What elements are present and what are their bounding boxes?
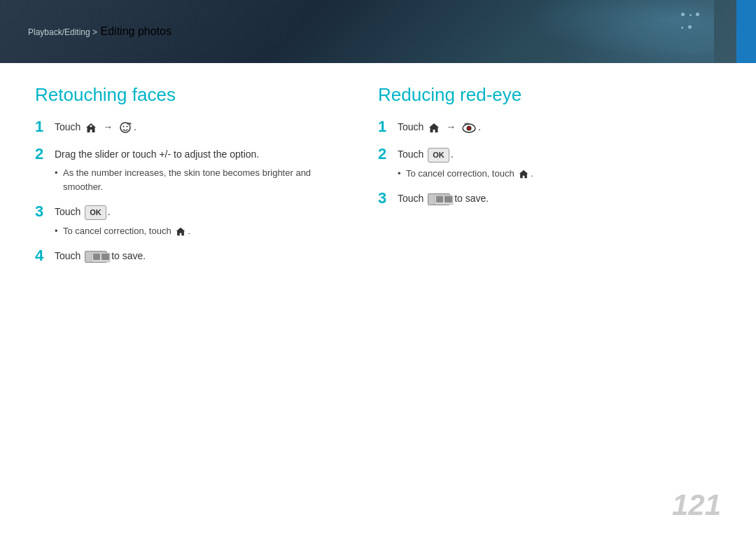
bullet-cancel-2: To cancel correction, touch . [398, 167, 533, 181]
redeye-step-1: 1 Touch → . [378, 120, 693, 136]
redeye-steps: 1 Touch → . 2 [378, 120, 693, 207]
retouching-title: Retouching faces [35, 84, 350, 106]
retouching-step-1: 1 Touch → [35, 120, 350, 136]
breadcrumb: Playback/Editing > Editing photos [28, 25, 172, 38]
redeye-step2-bullets: To cancel correction, touch . [398, 167, 533, 181]
retouching-section: Retouching faces 1 Touch → [35, 84, 378, 522]
save-button-display-1 [85, 251, 107, 263]
face-icon [118, 121, 132, 135]
main-content: Retouching faces 1 Touch → [0, 63, 756, 536]
svg-point-3 [127, 126, 128, 128]
step2-bullets: As the number increases, the skin tone b… [55, 166, 350, 193]
svg-rect-7 [102, 254, 109, 260]
svg-rect-13 [444, 196, 452, 202]
svg-point-2 [123, 126, 125, 128]
redeye-step-3: 3 Touch to save. [378, 191, 693, 207]
svg-point-0 [90, 125, 92, 128]
save-icon-1 [91, 252, 111, 263]
retouching-step-3: 3 Touch OK. To cancel correction, touch … [35, 205, 350, 238]
home-icon-1 [85, 121, 97, 134]
bullet-cancel-1: To cancel correction, touch . [55, 224, 190, 238]
redeye-step-2: 2 Touch OK. To cancel correction, touch … [378, 147, 693, 180]
save-button-display-2 [428, 193, 450, 205]
svg-point-1 [120, 123, 130, 132]
step3-bullets: To cancel correction, touch . [55, 224, 190, 238]
ok-button-display-1: OK [85, 205, 106, 220]
retouching-steps: 1 Touch → [35, 120, 350, 265]
retouching-step-4: 4 Touch to save. [35, 249, 350, 265]
retouching-step-2: 2 Drag the slider or touch +/- to adjust… [35, 147, 350, 193]
home-icon-cancel-2 [518, 168, 529, 179]
redeye-title: Reducing red-eye [378, 84, 693, 106]
svg-point-10 [468, 127, 470, 130]
decorative-dots [680, 7, 700, 32]
home-icon-2 [428, 121, 440, 134]
redeye-icon [461, 121, 477, 135]
svg-point-4 [130, 123, 132, 125]
ok-button-display-2: OK [428, 148, 449, 163]
redeye-section: Reducing red-eye 1 Touch → [378, 84, 721, 522]
save-icon-2 [434, 195, 454, 205]
svg-rect-6 [93, 254, 100, 260]
page-number: 121 [672, 488, 721, 522]
bullet-skin-tone: As the number increases, the skin tone b… [55, 166, 350, 193]
page-header: Playback/Editing > Editing photos [0, 0, 756, 63]
blue-tab [736, 0, 756, 63]
home-icon-cancel-1 [175, 226, 186, 237]
svg-rect-12 [436, 196, 443, 202]
